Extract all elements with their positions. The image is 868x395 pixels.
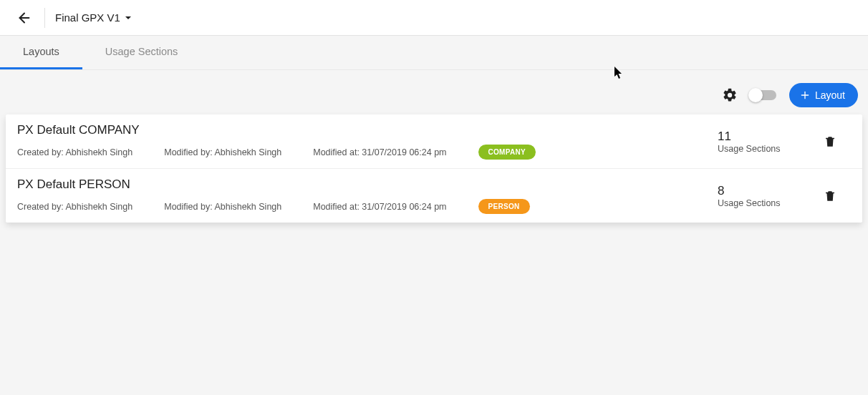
usage-sections-count: 8 Usage Sections xyxy=(718,184,789,208)
settings-button[interactable] xyxy=(722,87,738,103)
trash-icon xyxy=(824,190,836,203)
plus-icon xyxy=(799,89,811,101)
usage-number: 8 xyxy=(718,184,789,198)
modified-by: Modified by: Abhishekh Singh xyxy=(164,202,281,212)
usage-label: Usage Sections xyxy=(718,198,789,208)
tabs: Layouts Usage Sections xyxy=(0,36,868,70)
page-title: Final GPX V1 xyxy=(55,11,120,24)
back-button[interactable] xyxy=(14,8,34,28)
tab-usage-sections[interactable]: Usage Sections xyxy=(82,36,201,69)
delete-button[interactable] xyxy=(824,190,836,203)
arrow-left-icon xyxy=(16,10,32,26)
usage-number: 11 xyxy=(718,130,789,144)
toolbar: Layout xyxy=(0,70,868,114)
row-title: PX Default COMPANY xyxy=(17,123,718,137)
modified-at: Modified at: 31/07/2019 06:24 pm xyxy=(313,147,446,157)
add-layout-label: Layout xyxy=(815,89,845,101)
usage-sections-count: 11 Usage Sections xyxy=(718,130,789,154)
divider xyxy=(44,8,45,28)
row-meta: Created by: Abhishekh Singh Modified by:… xyxy=(17,145,718,160)
header: Final GPX V1 xyxy=(0,0,868,36)
row-content: PX Default PERSON Created by: Abhishekh … xyxy=(17,177,718,214)
created-by: Created by: Abhishekh Singh xyxy=(17,202,132,212)
title-dropdown[interactable]: Final GPX V1 xyxy=(55,11,132,24)
tab-label: Layouts xyxy=(23,46,59,57)
view-toggle[interactable] xyxy=(751,90,776,100)
created-by: Created by: Abhishekh Singh xyxy=(17,147,132,157)
row-content: PX Default COMPANY Created by: Abhishekh… xyxy=(17,123,718,160)
type-badge: COMPANY xyxy=(478,145,536,160)
modified-at: Modified at: 31/07/2019 06:24 pm xyxy=(313,202,446,212)
row-title: PX Default PERSON xyxy=(17,177,718,192)
add-layout-button[interactable]: Layout xyxy=(789,83,858,107)
type-badge: PERSON xyxy=(478,199,530,214)
delete-button[interactable] xyxy=(824,135,836,148)
caret-down-icon xyxy=(125,14,132,21)
tab-label: Usage Sections xyxy=(105,46,178,57)
layout-row[interactable]: PX Default COMPANY Created by: Abhishekh… xyxy=(6,114,862,169)
usage-label: Usage Sections xyxy=(718,144,789,154)
trash-icon xyxy=(824,135,836,148)
toggle-knob xyxy=(748,88,763,102)
layout-list: PX Default COMPANY Created by: Abhishekh… xyxy=(6,114,862,223)
tab-layouts[interactable]: Layouts xyxy=(0,36,82,69)
gear-icon xyxy=(722,87,738,103)
row-meta: Created by: Abhishekh Singh Modified by:… xyxy=(17,199,718,214)
layout-row[interactable]: PX Default PERSON Created by: Abhishekh … xyxy=(6,169,862,223)
modified-by: Modified by: Abhishekh Singh xyxy=(164,147,281,157)
